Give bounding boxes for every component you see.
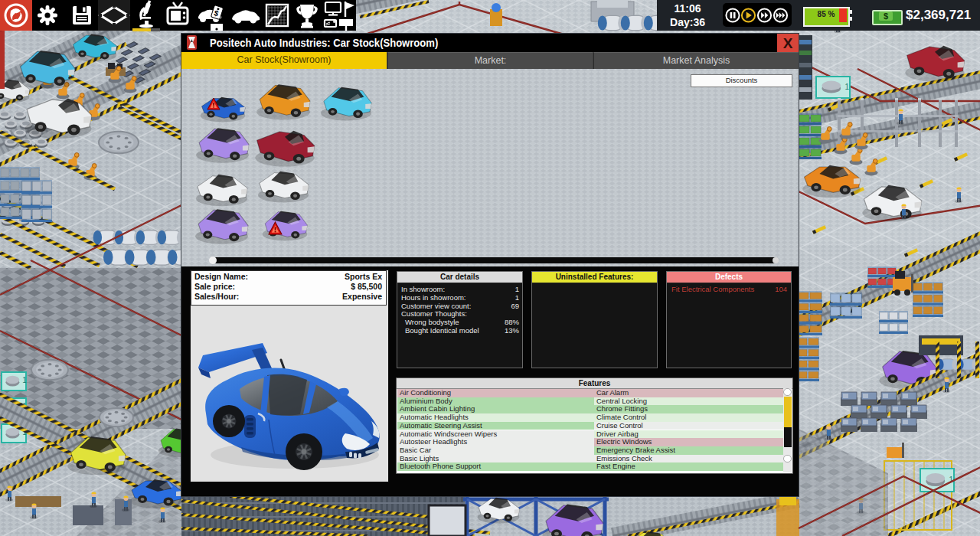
svg-text:1: 1: [844, 83, 849, 91]
svg-text:1: 1: [22, 376, 27, 384]
